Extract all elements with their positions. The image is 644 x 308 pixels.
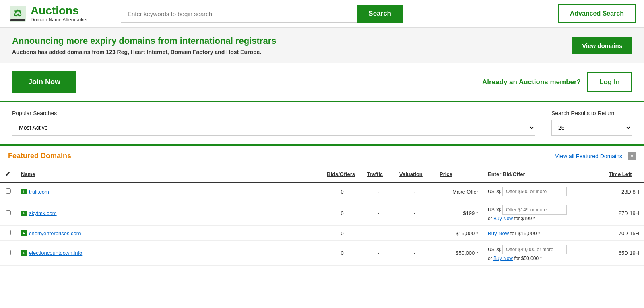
bid-input[interactable] xyxy=(502,205,567,215)
check-all-icon: ✔ xyxy=(5,171,10,178)
row-checkbox[interactable] xyxy=(6,210,11,215)
header: ⚖ Auctions Domain Name Aftermarket Searc… xyxy=(0,0,644,28)
domain-expand-icon[interactable]: + xyxy=(21,230,27,236)
th-bids: Bids/Offers xyxy=(322,166,362,182)
domain-name-link[interactable]: trulr.com xyxy=(29,189,49,195)
buy-now-link[interactable]: Buy Now xyxy=(493,256,513,261)
row-name-cell: +cherryenterprises.com xyxy=(16,226,322,241)
search-button[interactable]: Search xyxy=(357,5,402,23)
domain-expand-icon[interactable]: + xyxy=(21,189,27,194)
logo-text: Auctions Domain Name Aftermarket xyxy=(31,5,87,23)
buy-now-price: for $50,000 * xyxy=(513,256,542,261)
row-traffic: - xyxy=(362,201,394,226)
logo-area: ⚖ Auctions Domain Name Aftermarket xyxy=(8,4,113,23)
th-time-left: Time Left xyxy=(604,166,644,182)
row-checkbox[interactable] xyxy=(6,230,11,235)
row-time-left: 70D 15H xyxy=(604,226,644,241)
table-row: +cherryenterprises.com0--$15,000 *Buy No… xyxy=(0,226,644,241)
row-price: $15,000 * xyxy=(435,226,483,241)
row-checkbox-cell xyxy=(0,226,16,241)
buy-now-price: for $15,000 * xyxy=(509,230,540,236)
row-name-cell: +trulr.com xyxy=(16,182,322,201)
row-checkbox[interactable] xyxy=(6,250,11,255)
buy-now-link[interactable]: Buy Now xyxy=(488,230,509,236)
featured-section: Featured Domains View all Featured Domai… xyxy=(0,145,644,266)
th-traffic: Traffic xyxy=(362,166,394,182)
announcement-banner: Announcing more expiry domains from inte… xyxy=(0,28,644,63)
popular-searches-group: Popular Searches Most Active Expiring So… xyxy=(12,110,535,136)
bid-input[interactable] xyxy=(502,245,567,254)
row-checkbox-cell xyxy=(0,201,16,226)
bid-currency: USD$ xyxy=(488,207,501,213)
table-row: +trulr.com0--Make OfferUSD$23D 8H xyxy=(0,182,644,201)
row-price: $199 * xyxy=(435,201,483,226)
or-text: or xyxy=(488,256,493,261)
row-price: $50,000 * xyxy=(435,241,483,266)
view-domains-button[interactable]: View domains xyxy=(572,37,632,54)
table-header-row: ✔ Name Bids/Offers Traffic Valuation Pri… xyxy=(0,166,644,182)
bid-currency: USD$ xyxy=(488,189,501,194)
row-bids: 0 xyxy=(322,241,362,266)
popular-searches-label: Popular Searches xyxy=(12,110,535,116)
advanced-search-button[interactable]: Advanced Search xyxy=(558,4,636,23)
table-row: +skytmk.com0--$199 *USD$or Buy Now for $… xyxy=(0,201,644,226)
banner-body: Auctions has added domains from 123 Reg,… xyxy=(12,49,276,55)
buy-now-link[interactable]: Buy Now xyxy=(493,216,513,221)
domains-table: ✔ Name Bids/Offers Traffic Valuation Pri… xyxy=(0,166,644,266)
logo-title: Auctions xyxy=(31,5,87,17)
th-bid: Enter Bid/Offer xyxy=(483,166,604,182)
th-check: ✔ xyxy=(0,166,16,182)
domain-name-link[interactable]: cherryenterprises.com xyxy=(29,230,81,236)
row-valuation: - xyxy=(394,201,435,226)
svg-text:⚖: ⚖ xyxy=(14,8,22,18)
results-count-select[interactable]: 10 25 50 100 xyxy=(551,120,632,136)
join-now-button[interactable]: Join Now xyxy=(12,71,76,93)
row-bid-cell: USD$ xyxy=(483,182,604,201)
buy-now-price: for $199 * xyxy=(513,216,535,221)
th-price: Price xyxy=(435,166,483,182)
popular-searches-select[interactable]: Most Active Expiring Soon Newly Listed M… xyxy=(12,120,535,136)
row-bids: 0 xyxy=(322,182,362,201)
svg-rect-3 xyxy=(10,19,25,21)
logo-icon: ⚖ xyxy=(8,4,27,23)
logo-subtitle: Domain Name Aftermarket xyxy=(31,17,87,23)
row-valuation: - xyxy=(394,182,435,201)
member-text: Already an Auctions member? xyxy=(482,78,581,86)
close-featured-button[interactable]: ✕ xyxy=(628,152,636,160)
row-bid-cell: Buy Now for $15,000 * xyxy=(483,226,604,241)
banner-heading: Announcing more expiry domains from inte… xyxy=(12,36,276,46)
row-bid-cell: USD$or Buy Now for $199 * xyxy=(483,201,604,226)
featured-header-right: View all Featured Domains ✕ xyxy=(555,152,636,160)
row-valuation: - xyxy=(394,241,435,266)
row-bids: 0 xyxy=(322,226,362,241)
search-input[interactable] xyxy=(121,5,357,23)
row-bid-cell: USD$or Buy Now for $50,000 * xyxy=(483,241,604,266)
results-count-group: Search Results to Return 10 25 50 100 xyxy=(551,110,632,136)
domain-expand-icon[interactable]: + xyxy=(21,211,27,216)
th-name: Name xyxy=(16,166,322,182)
featured-header: Featured Domains View all Featured Domai… xyxy=(0,146,644,166)
auth-row: Join Now Already an Auctions member? Log… xyxy=(0,63,644,101)
bid-currency: USD$ xyxy=(488,247,501,252)
row-name-cell: +skytmk.com xyxy=(16,201,322,226)
or-text: or xyxy=(488,216,493,221)
row-name-cell: +electioncountdown.info xyxy=(16,241,322,266)
login-button[interactable]: Log In xyxy=(587,72,632,92)
table-row: +electioncountdown.info0--$50,000 *USD$o… xyxy=(0,241,644,266)
row-price: Make Offer xyxy=(435,182,483,201)
row-time-left: 23D 8H xyxy=(604,182,644,201)
row-traffic: - xyxy=(362,182,394,201)
domain-expand-icon[interactable]: + xyxy=(21,250,27,256)
featured-title: Featured Domains xyxy=(8,152,71,160)
row-checkbox-cell xyxy=(0,241,16,266)
row-checkbox[interactable] xyxy=(6,188,11,194)
search-filters: Popular Searches Most Active Expiring So… xyxy=(0,101,644,145)
view-all-featured-link[interactable]: View all Featured Domains xyxy=(555,153,622,159)
bid-input[interactable] xyxy=(502,187,567,196)
row-checkbox-cell xyxy=(0,182,16,201)
domain-name-link[interactable]: skytmk.com xyxy=(29,210,57,216)
domain-name-link[interactable]: electioncountdown.info xyxy=(29,250,82,256)
banner-text: Announcing more expiry domains from inte… xyxy=(12,36,276,55)
row-valuation: - xyxy=(394,226,435,241)
th-valuation: Valuation xyxy=(394,166,435,182)
